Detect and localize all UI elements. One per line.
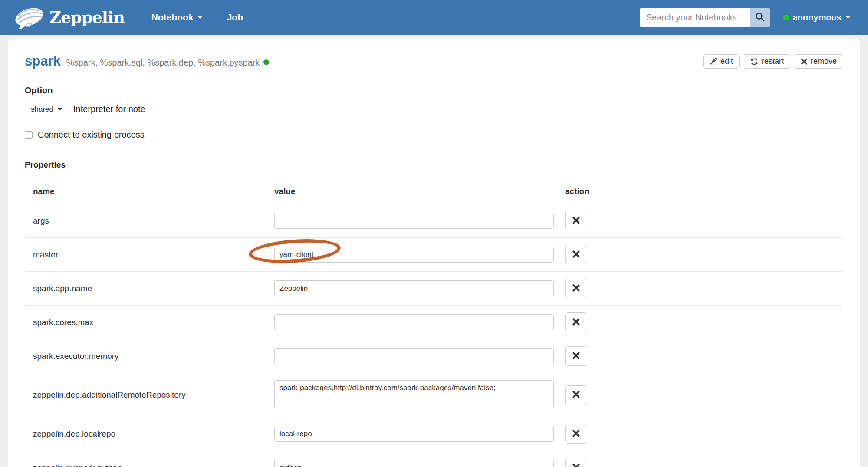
search-button[interactable]: [750, 8, 770, 27]
property-value-input[interactable]: [274, 280, 554, 296]
remove-property-button[interactable]: [565, 279, 587, 298]
x-icon: [572, 318, 580, 327]
zeppelin-brand[interactable]: Zeppelin: [13, 4, 125, 31]
properties-table-header: name value action: [25, 179, 843, 204]
remove-property-button[interactable]: [565, 385, 587, 405]
column-header-name: name: [25, 187, 274, 196]
chevron-down-icon: [845, 16, 851, 19]
option-heading: Option: [25, 86, 843, 95]
nav-item-notebook[interactable]: Notebook: [151, 12, 203, 23]
property-name: spark.app.name: [25, 284, 274, 293]
property-value-input[interactable]: [274, 348, 554, 364]
table-row: spark.app.name: [25, 272, 843, 306]
property-name: spark.cores.max: [25, 318, 274, 327]
properties-table: name value action args master: [25, 179, 843, 467]
search-input[interactable]: [640, 8, 750, 27]
interpreter-status-dot: [263, 59, 269, 65]
table-row: spark.executor.memory: [25, 339, 843, 373]
interpreter-settings-card: spark %spark, %spark.sql, %spark.dep, %s…: [8, 39, 860, 467]
remove-property-button[interactable]: [565, 346, 587, 366]
zeppelin-logo-icon: [13, 4, 46, 31]
property-name: zeppelin.pyspark.python: [25, 463, 274, 467]
top-navbar: Zeppelin Notebook Job anonymous: [0, 0, 868, 35]
x-icon: [572, 464, 580, 467]
pencil-icon: [710, 58, 717, 65]
restart-button[interactable]: restart: [744, 54, 790, 69]
property-name: master: [25, 250, 274, 260]
property-value-input[interactable]: [274, 460, 554, 467]
refresh-icon: [750, 58, 758, 66]
column-header-value: value: [274, 187, 554, 196]
x-icon: [572, 217, 580, 225]
connect-existing-process-label: Connect to existing process: [38, 130, 145, 140]
property-value-input[interactable]: [274, 426, 554, 442]
connection-status-dot: [783, 15, 789, 20]
column-header-action: action: [565, 187, 589, 196]
table-row: master: [25, 238, 843, 272]
table-row: zeppelin.dep.localrepo: [25, 417, 843, 451]
property-value-input[interactable]: [274, 213, 554, 229]
remove-button[interactable]: remove: [795, 54, 843, 69]
chevron-down-icon: [197, 16, 203, 19]
table-row: spark.cores.max: [25, 306, 843, 339]
nav-item-job[interactable]: Job: [227, 12, 243, 23]
username-label: anonymous: [793, 13, 842, 23]
x-icon: [801, 59, 807, 65]
property-value-input[interactable]: [274, 314, 554, 330]
properties-heading: Properties: [25, 160, 843, 170]
remove-property-button[interactable]: [565, 211, 587, 230]
user-menu[interactable]: anonymous: [783, 13, 851, 23]
notebook-search: [640, 8, 770, 27]
x-icon: [572, 430, 580, 438]
x-icon: [572, 391, 580, 399]
table-row: args: [25, 204, 843, 238]
property-value-input[interactable]: [274, 247, 554, 263]
chevron-down-icon: [58, 108, 62, 110]
brand-title: Zeppelin: [49, 8, 125, 27]
x-icon: [572, 250, 580, 259]
table-row: zeppelin.pyspark.python: [25, 451, 843, 467]
remove-property-button[interactable]: [565, 312, 587, 332]
x-icon: [572, 284, 580, 293]
interpreter-binding-select[interactable]: shared: [25, 102, 68, 116]
remove-property-button[interactable]: [565, 245, 587, 264]
edit-button[interactable]: edit: [703, 54, 740, 69]
connect-existing-process-checkbox[interactable]: [25, 131, 33, 139]
table-row: zeppelin.dep.additionalRemoteRepository …: [25, 373, 843, 417]
x-icon: [572, 352, 580, 361]
property-name: zeppelin.dep.additionalRemoteRepository: [25, 390, 274, 400]
interpreter-groups-list: %spark, %spark.sql, %spark.dep, %spark.p…: [66, 58, 260, 68]
search-icon: [755, 12, 765, 23]
page-background: spark %spark, %spark.sql, %spark.dep, %s…: [0, 35, 868, 467]
property-value-textarea[interactable]: spark-packages,http://dl.bintray.com/spa…: [274, 380, 554, 408]
property-name: zeppelin.dep.localrepo: [25, 429, 274, 439]
remove-property-button[interactable]: [565, 424, 587, 444]
binding-mode-label: Interpreter for note: [73, 104, 145, 114]
interpreter-name-heading: spark: [25, 53, 61, 69]
property-name: spark.executor.memory: [25, 352, 274, 361]
property-name: args: [25, 216, 274, 226]
remove-property-button[interactable]: [565, 458, 587, 467]
